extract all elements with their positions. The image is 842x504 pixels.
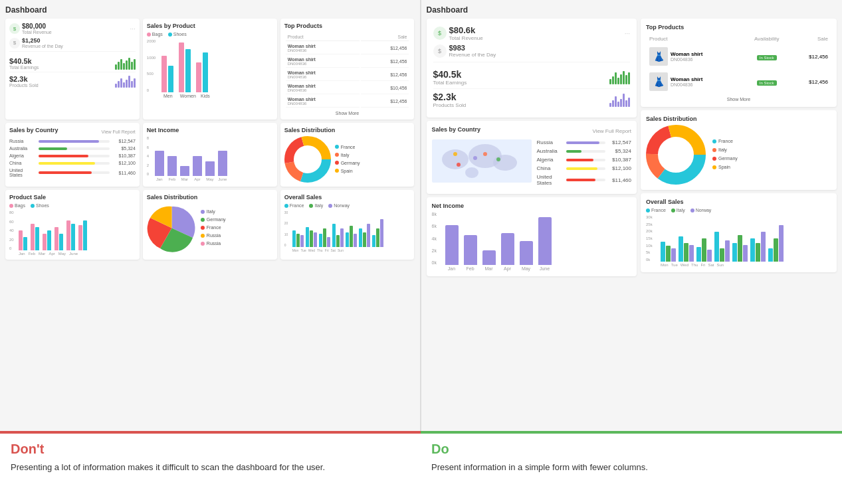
right-overall-bars bbox=[646, 215, 831, 262]
right-sold-label: Products Sold bbox=[433, 102, 467, 108]
left-day-revenue-label: Revenue of the Day bbox=[22, 44, 63, 48]
left-product-sale-title: Product Sale bbox=[9, 194, 136, 201]
right-country-card: Sales by Country View Full Report bbox=[427, 121, 637, 194]
overall-x: MonTueWedThuFriSatSun bbox=[284, 248, 411, 252]
left-dashboard-title: Dashboard bbox=[5, 5, 415, 15]
product-sale-bars bbox=[9, 210, 136, 250]
right-top-products-title: Top Products bbox=[646, 24, 831, 31]
sales-product-x-labels: Men Women Kids bbox=[147, 94, 273, 98]
left-country-title: Sales by Country bbox=[9, 127, 58, 133]
product-image: 👗 bbox=[649, 72, 668, 91]
left-panel: Dashboard $ $80,000 Total Revenue bbox=[0, 0, 421, 431]
left-product-sale-card: Product Sale Bags Shoes 806040200 bbox=[5, 190, 140, 260]
table-row: Woman shirtDN004836$12,456 bbox=[286, 56, 409, 68]
product-sale-x: JanFebMarAprMayJune bbox=[9, 252, 136, 256]
svg-point-10 bbox=[483, 152, 487, 156]
left-sales-dist2-title: Sales Distribution bbox=[147, 194, 273, 201]
right-net-y: 8k6k4k2k0k bbox=[432, 212, 437, 265]
left-pie-legend: Italy Germany France Russia Russia bbox=[201, 209, 226, 247]
col-product: Product bbox=[286, 33, 360, 41]
revenue-icon: $ bbox=[9, 23, 20, 34]
table-row: Woman shirtDN004836$12,456 bbox=[286, 69, 409, 81]
left-net-income-card: Net Income 86420 bbox=[143, 123, 277, 187]
right-revenue-icon: $ bbox=[433, 27, 447, 40]
col-sale: Sale bbox=[361, 33, 409, 41]
product-image: 👗 bbox=[649, 47, 668, 66]
right-sold-chart bbox=[609, 94, 630, 107]
svg-point-11 bbox=[473, 156, 477, 160]
right-metrics-more[interactable]: ··· bbox=[625, 30, 630, 37]
left-overall-title: Overall Sales bbox=[284, 194, 411, 201]
metrics-more-icon[interactable]: ··· bbox=[130, 25, 135, 33]
availability-badge: In Stock bbox=[757, 80, 777, 86]
left-show-more[interactable]: Show More bbox=[284, 111, 411, 116]
right-earnings-label: Total Earnings bbox=[433, 80, 467, 86]
left-top-products-title: Top Products bbox=[284, 23, 411, 29]
right-earnings-value: $40.5k bbox=[433, 69, 467, 80]
right-net-bars bbox=[432, 212, 632, 265]
left-sales-country-card: Sales by Country View Full Report Russia… bbox=[5, 123, 140, 187]
right-sold-value: $2.3k bbox=[433, 92, 467, 102]
dont-title: Don't bbox=[11, 442, 410, 457]
svg-point-4 bbox=[296, 147, 320, 171]
table-row: Woman shirtDN004836$10,456 bbox=[286, 82, 409, 94]
do-title: Do bbox=[431, 442, 831, 457]
left-donut-legend: France Italy Germany Spain bbox=[335, 145, 360, 175]
do-desc: Present information in a simple form wit… bbox=[431, 461, 831, 474]
right-country-rows: Russia$12,547 Australia$5,324 Algeria$10… bbox=[537, 139, 632, 189]
table-row: 👗 Woman shirt DN004836 In bbox=[647, 44, 830, 68]
day-revenue-icon: $ bbox=[9, 38, 20, 48]
table-row: Woman shirtDN004836$12,456 bbox=[286, 96, 409, 108]
left-day-revenue-value: $1,250 bbox=[22, 37, 63, 44]
left-view-full[interactable]: View Full Report bbox=[102, 129, 136, 134]
right-sales-dist-title: Sales Distribution bbox=[646, 116, 831, 122]
left-sold-value: $2.3k bbox=[9, 75, 39, 83]
dont-desc: Presenting a lot of information makes it… bbox=[11, 461, 410, 474]
left-sales-dist2-card: Sales Distribution Italy Germany bbox=[143, 190, 277, 260]
right-top-products-table: Product Availability Sale 👗 bbox=[646, 33, 831, 95]
right-donut-chart bbox=[646, 125, 706, 185]
left-sales-by-product-card: Sales by Product Bags Shoes 200010005000 bbox=[143, 19, 277, 120]
left-net-income-title: Net Income bbox=[147, 127, 273, 133]
left-pie-chart bbox=[147, 203, 197, 253]
right-overall-x: MonTueWedThuFriSatSun bbox=[646, 263, 831, 267]
right-sales-dist-card: Sales Distribution France bbox=[641, 110, 837, 190]
right-overall-title: Overall Sales bbox=[646, 199, 831, 205]
left-revenue-label: Total Revenue bbox=[22, 30, 52, 35]
left-donut-chart bbox=[284, 136, 331, 183]
right-metrics-card: $ $80.6k Total Revenue ··· bbox=[427, 19, 637, 118]
right-country-title: Sales by Country bbox=[432, 126, 481, 133]
right-dashboard-title: Dashboard bbox=[427, 5, 837, 15]
table-row: Woman shirtDN004836$12,456 bbox=[286, 42, 409, 54]
right-top-products-card: Top Products Product Availability Sale bbox=[641, 19, 837, 107]
net-x-labels: Jan Feb Mar Apr May June bbox=[147, 177, 273, 181]
sales-product-bars bbox=[147, 39, 273, 92]
net-y-axis: 86420 bbox=[147, 136, 149, 176]
svg-point-9 bbox=[465, 167, 478, 178]
right-overall-y: 30k25k20k15k10k5k0k bbox=[646, 215, 653, 262]
right-donut-legend: France Italy Germany Spain bbox=[712, 139, 738, 171]
right-day-revenue-value: $983 bbox=[449, 44, 496, 52]
bottom-left: Don't Presenting a lot of information ma… bbox=[0, 431, 421, 504]
world-map bbox=[432, 139, 532, 183]
left-sold-label: Products Sold bbox=[9, 83, 39, 88]
right-earnings-chart bbox=[609, 71, 630, 84]
left-earnings-label: Total Earnings bbox=[9, 65, 39, 70]
right-show-more[interactable]: Show More bbox=[646, 97, 831, 102]
right-net-x: Jan Feb Mar Apr May June bbox=[432, 266, 632, 271]
right-view-full[interactable]: View Full Report bbox=[592, 128, 631, 134]
earnings-mini-chart bbox=[115, 56, 136, 70]
svg-point-12 bbox=[496, 157, 500, 161]
right-net-income-card: Net Income 8k6k4k2k0k bbox=[427, 197, 637, 276]
left-top-products-table: Product Sale Woman shirtDN004836$12,456 … bbox=[284, 32, 411, 109]
svg-point-13 bbox=[457, 163, 461, 167]
left-sales-dist-title: Sales Distribution bbox=[284, 127, 411, 133]
bottom-section: Don't Presenting a lot of information ma… bbox=[0, 431, 842, 504]
sales-product-y-axis: 200010005000 bbox=[147, 39, 156, 92]
left-top-products-card: Top Products Product Sale Woman shirtDN0… bbox=[280, 19, 415, 120]
overall-y: 3020100 bbox=[284, 210, 288, 247]
right-revenue-label: Total Revenue bbox=[449, 35, 483, 41]
left-revenue-value: $80,000 bbox=[22, 23, 52, 30]
right-revenue-value: $80.6k bbox=[449, 25, 483, 35]
right-overall-card: Overall Sales France Italy Norway 30k25k… bbox=[641, 193, 837, 272]
